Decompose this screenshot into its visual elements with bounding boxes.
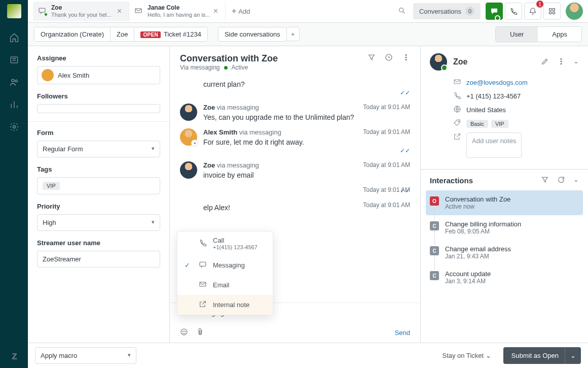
- apps-grid-icon[interactable]: [543, 3, 561, 20]
- assignee-field[interactable]: Alex Smith: [37, 66, 160, 84]
- mail-icon: [199, 280, 207, 290]
- followers-field[interactable]: [37, 104, 160, 113]
- interaction-item[interactable]: C Account updateJan 3, 9:14 AM: [426, 265, 583, 290]
- message: Zoe via messaging Yes, can you upgrade m…: [180, 104, 410, 121]
- chevron-down-icon[interactable]: ⌄: [573, 176, 579, 185]
- breadcrumb-org[interactable]: Organization (Create): [34, 27, 111, 41]
- zendesk-logo-icon: z: [4, 346, 24, 366]
- more-icon[interactable]: [402, 53, 410, 63]
- toggle-user[interactable]: User: [496, 27, 538, 42]
- followers-label: Followers: [37, 92, 160, 100]
- stay-on-ticket-button[interactable]: Stay on Ticket ⌄: [436, 348, 497, 363]
- interaction-item[interactable]: C Change billing informationFeb 08, 9:05…: [426, 215, 583, 240]
- chevron-down-icon[interactable]: ⌄: [573, 57, 579, 67]
- mail-icon: [453, 78, 461, 87]
- priority-select[interactable]: High: [37, 214, 160, 231]
- form-select[interactable]: Regular Form: [37, 141, 160, 157]
- macro-select[interactable]: Apply macro: [35, 347, 136, 364]
- ticket-form-panel: Assignee Alex Smith Followers Form Regul…: [28, 46, 170, 343]
- channel-option-call[interactable]: Call+1(415) 123-4567: [177, 231, 273, 255]
- svg-point-18: [181, 329, 187, 335]
- channel-option-internal-note[interactable]: Internal note: [177, 295, 273, 315]
- svg-rect-0: [11, 57, 17, 63]
- svg-rect-9: [549, 12, 552, 14]
- tab-zoe[interactable]: ZoeThank you for your hel... ×: [33, 2, 129, 21]
- history-icon[interactable]: [385, 53, 393, 63]
- svg-rect-24: [454, 80, 460, 84]
- tab-subtitle: Hello, I am having an is...: [148, 12, 210, 18]
- interaction-item[interactable]: C Change email addressJan 21, 9:43 AM: [426, 240, 583, 265]
- footer-bar: Apply macro Stay on Ticket ⌄ Submit as O…: [28, 343, 588, 368]
- form-label: Form: [37, 129, 160, 137]
- nav-tickets-icon[interactable]: [4, 50, 24, 70]
- phone-icon: [199, 239, 207, 248]
- tags-label: Tags: [37, 165, 160, 173]
- toggle-apps[interactable]: Apps: [538, 27, 581, 42]
- breadcrumb-bar: Organization (Create) Zoe OPENTicket #12…: [28, 23, 588, 46]
- user-email[interactable]: zoe@lovesdogs.com: [466, 79, 528, 86]
- submit-caret-button[interactable]: ⌄: [565, 347, 581, 364]
- conversations-button[interactable]: Conversations0: [413, 3, 481, 19]
- channel-option-messaging[interactable]: ✓ Messaging: [177, 255, 273, 275]
- user-phone: +1 (415) 123-4567: [466, 92, 521, 100]
- svg-rect-8: [553, 9, 555, 11]
- filter-icon[interactable]: [368, 53, 376, 63]
- left-nav-rail: z: [0, 0, 28, 368]
- nav-home-icon[interactable]: [4, 27, 24, 48]
- submit-button[interactable]: Submit as Open: [503, 347, 567, 364]
- nav-settings-icon[interactable]: [4, 117, 24, 137]
- side-conversations-button[interactable]: Side conversations: [218, 27, 287, 42]
- phone-icon[interactable]: [505, 3, 522, 20]
- svg-point-22: [561, 61, 562, 62]
- refresh-icon[interactable]: [557, 176, 565, 185]
- add-tab-button[interactable]: +Add: [226, 7, 256, 16]
- emoji-icon[interactable]: [180, 328, 188, 338]
- search-icon[interactable]: [391, 7, 413, 16]
- user-name: Zoe: [453, 57, 467, 66]
- more-icon[interactable]: [557, 57, 565, 67]
- interactions-section: Interactions ⌄ O Conversation with ZoeAc…: [421, 169, 588, 343]
- breadcrumb-user[interactable]: Zoe: [111, 27, 134, 41]
- channel-option-email[interactable]: Email: [177, 275, 273, 295]
- user-apps-toggle: User Apps: [495, 26, 582, 42]
- add-side-conversation-button[interactable]: +: [286, 27, 300, 41]
- close-icon[interactable]: ×: [115, 7, 124, 16]
- svg-point-23: [561, 63, 562, 64]
- message: current plan? ✓✓: [180, 78, 410, 96]
- tag-icon: [453, 119, 461, 128]
- svg-rect-10: [553, 12, 555, 14]
- nav-reports-icon[interactable]: [4, 94, 24, 115]
- tab-title: Zoe: [51, 4, 112, 11]
- nav-customers-icon[interactable]: [4, 72, 24, 92]
- tab-janae[interactable]: Janae ColeHello, I am having an is... ×: [129, 2, 226, 21]
- svg-rect-15: [200, 262, 206, 266]
- phone-icon: [453, 91, 461, 101]
- profile-avatar[interactable]: [566, 3, 583, 20]
- external-link-icon: [453, 132, 461, 142]
- tags-field[interactable]: VIP: [37, 177, 160, 194]
- send-button[interactable]: Send: [395, 329, 410, 337]
- svg-point-3: [13, 126, 15, 128]
- filter-icon[interactable]: [541, 176, 549, 185]
- tab-subtitle: Thank you for your hel...: [51, 12, 112, 18]
- assignee-label: Assignee: [37, 54, 160, 62]
- notifications-icon[interactable]: 1: [524, 3, 541, 20]
- svg-point-13: [406, 57, 407, 58]
- streamer-field[interactable]: ZoeStreamer: [37, 251, 160, 267]
- breadcrumb-ticket[interactable]: OPENTicket #1234: [134, 27, 207, 41]
- user-notes-input[interactable]: Add user notes: [466, 132, 522, 158]
- brand-logo: [7, 4, 21, 18]
- svg-rect-5: [135, 9, 141, 13]
- edit-icon[interactable]: [541, 57, 549, 67]
- chat-status-icon[interactable]: [486, 3, 503, 20]
- attachment-icon[interactable]: [196, 328, 204, 338]
- status-badge: O: [430, 196, 439, 206]
- priority-label: Priority: [37, 203, 160, 210]
- message: elp Alex! Today at 9:01 AM: [180, 202, 410, 212]
- interactions-title: Interactions: [430, 176, 473, 185]
- channel-menu: Call+1(415) 123-4567✓ Messaging Email In…: [177, 231, 273, 315]
- close-icon[interactable]: ×: [211, 7, 220, 16]
- avatar: [180, 161, 197, 179]
- interaction-item[interactable]: O Conversation with ZoeActive now: [426, 190, 583, 215]
- tabs-bar: ZoeThank you for your hel... × Janae Col…: [28, 0, 588, 23]
